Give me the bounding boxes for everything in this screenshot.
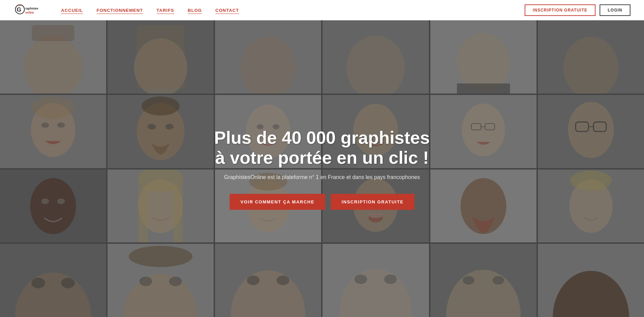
logo[interactable]: G raphistes online xyxy=(14,2,41,19)
nav-link-tarifs[interactable]: TARIFS xyxy=(157,8,174,14)
nav-link-accueil[interactable]: ACCUEIL xyxy=(61,8,83,14)
nav-item-fonctionnement[interactable]: FONCTIONNEMENT xyxy=(97,7,143,13)
svg-text:online: online xyxy=(25,11,34,14)
nav-item-accueil[interactable]: ACCUEIL xyxy=(61,7,83,13)
login-button[interactable]: LOGIN xyxy=(600,4,630,16)
nav-item-blog[interactable]: BLOG xyxy=(188,7,202,13)
nav-item-contact[interactable]: CONTACT xyxy=(215,7,239,13)
hero-buttons: VOIR COMMENT ÇA MARCHE INSCRIPTION GRATU… xyxy=(203,194,441,210)
nav-area: ACCUEIL FONCTIONNEMENT TARIFS BLOG CONTA… xyxy=(41,7,525,13)
header-actions: INSCRIPTION GRATUITE LOGIN xyxy=(525,4,630,16)
nav-link-fonctionnement[interactable]: FONCTIONNEMENT xyxy=(97,8,143,14)
svg-text:raphistes: raphistes xyxy=(25,7,39,10)
hero-inscription-button[interactable]: INSCRIPTION GRATUITE xyxy=(331,194,414,210)
header: G raphistes online ACCUEIL FONCTIONNEMEN… xyxy=(0,0,644,20)
nav-link-blog[interactable]: BLOG xyxy=(188,8,202,14)
nav-item-tarifs[interactable]: TARIFS xyxy=(157,7,174,13)
hero-section: Plus de 40 000 graphistes à votre portée… xyxy=(0,20,644,317)
hero-title: Plus de 40 000 graphistes à votre portée… xyxy=(203,127,441,168)
hero-subtitle: GraphistesOnline est la plateforme n° 1 … xyxy=(203,174,441,180)
svg-text:G: G xyxy=(17,6,21,13)
voir-comment-button[interactable]: VOIR COMMENT ÇA MARCHE xyxy=(230,194,325,210)
logo-icon: G raphistes online xyxy=(14,2,41,19)
nav-links: ACCUEIL FONCTIONNEMENT TARIFS BLOG CONTA… xyxy=(61,7,239,13)
svg-point-2 xyxy=(19,4,21,6)
hero-content: Plus de 40 000 graphistes à votre portée… xyxy=(203,127,441,210)
inscription-button[interactable]: INSCRIPTION GRATUITE xyxy=(525,4,596,16)
nav-link-contact[interactable]: CONTACT xyxy=(215,8,239,14)
